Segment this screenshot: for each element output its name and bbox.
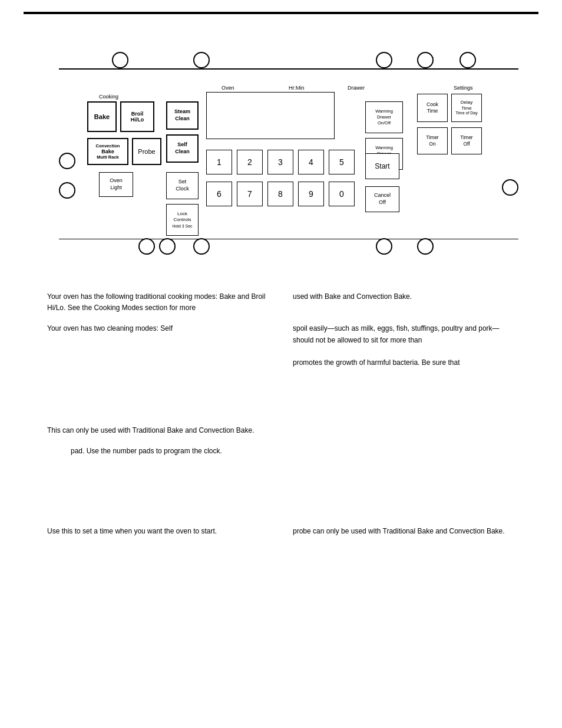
circle-bottom-2 xyxy=(159,238,176,255)
text-col-right-1: used with Bake and Convection Bake. xyxy=(293,291,515,314)
top-border xyxy=(24,12,538,14)
broil-button[interactable]: Broil Hi/Lo xyxy=(120,101,154,132)
circle-top-5 xyxy=(459,52,476,68)
circle-bottom-5 xyxy=(417,238,434,255)
display-screen xyxy=(206,92,335,139)
paragraph-2-right: spoil easily—such as milk, eggs, fish, s… xyxy=(293,323,515,345)
diagram-wrapper: Cooking Bake Broil Hi/Lo Convection Bake… xyxy=(35,26,542,274)
text-row-5: Use this to set a time when you want the… xyxy=(47,526,515,537)
paragraph-2-left: Your oven has two cleaning modes: Self xyxy=(47,323,269,334)
timer-on-button[interactable]: Timer On xyxy=(417,127,448,154)
text-row-1: Your oven has the following traditional … xyxy=(47,291,515,314)
text-col-right-4 xyxy=(305,446,515,457)
text-col-left-5: Use this to set a time when you want the… xyxy=(47,526,269,537)
lock-controls-button[interactable]: Lock Controls Hold 3 Sec xyxy=(166,204,199,236)
button-4[interactable]: 4 xyxy=(298,150,324,174)
settings-label: Settings xyxy=(454,85,473,91)
text-row-3: This can only be used with Traditional B… xyxy=(47,425,515,436)
text-row-4: pad. Use the number pads to program the … xyxy=(47,446,515,457)
paragraph-4-left: This can only be used with Traditional B… xyxy=(47,425,269,436)
button-9[interactable]: 9 xyxy=(298,182,324,206)
button-1[interactable]: 1 xyxy=(206,150,232,174)
probe-button[interactable]: Probe xyxy=(132,138,161,165)
circle-top-1 xyxy=(112,52,128,68)
button-5[interactable]: 5 xyxy=(329,150,355,174)
circle-bottom-4 xyxy=(376,238,392,255)
bake-button[interactable]: Bake xyxy=(87,101,117,132)
circle-left-1 xyxy=(59,153,75,169)
delay-time-button[interactable]: Delay Time Time of Day xyxy=(451,94,482,122)
cancel-off-button[interactable]: Cancel Off xyxy=(365,186,399,212)
circle-bottom-1 xyxy=(138,238,155,255)
number-row-2: 6 7 8 9 0 xyxy=(206,182,355,206)
circle-left-2 xyxy=(59,182,75,199)
circle-bottom-3 xyxy=(193,238,210,255)
oven-light-button[interactable]: Oven Light xyxy=(99,172,133,197)
circle-top-2 xyxy=(193,52,210,68)
text-col-right-3 xyxy=(293,425,515,436)
button-8[interactable]: 8 xyxy=(267,182,293,206)
paragraph-6-right: probe can only be used with Traditional … xyxy=(293,526,515,537)
text-col-right-2: spoil easily—such as milk, eggs, fish, s… xyxy=(293,323,515,368)
paragraph-1-left: Your oven has the following traditional … xyxy=(47,291,269,314)
button-6[interactable]: 6 xyxy=(206,182,232,206)
cook-time-button[interactable]: Cook Time xyxy=(417,94,448,122)
timer-off-button[interactable]: Timer Off xyxy=(451,127,482,154)
circle-top-3 xyxy=(376,52,392,68)
number-row-1: 1 2 3 4 5 xyxy=(206,150,355,174)
spacer-2 xyxy=(47,467,515,526)
drawer-label: Drawer xyxy=(348,85,365,91)
spacer-1 xyxy=(47,378,515,425)
page-container: Cooking Bake Broil Hi/Lo Convection Bake… xyxy=(0,0,562,728)
button-3[interactable]: 3 xyxy=(267,150,293,174)
top-horizontal-line xyxy=(59,68,518,70)
text-col-right-5: probe can only be used with Traditional … xyxy=(293,526,515,537)
oven-label: Oven xyxy=(222,85,234,91)
paragraph-5-left: pad. Use the number pads to program the … xyxy=(71,446,281,457)
circle-top-4 xyxy=(417,52,434,68)
convection-bake-button[interactable]: Convection Bake Multi Rack xyxy=(87,138,128,165)
bottom-horizontal-line xyxy=(59,239,518,240)
cooking-label: Cooking xyxy=(99,94,118,100)
circle-right-1 xyxy=(502,179,518,196)
text-col-left-3: This can only be used with Traditional B… xyxy=(47,425,269,436)
button-0[interactable]: 0 xyxy=(329,182,355,206)
text-col-left-2: Your oven has two cleaning modes: Self xyxy=(47,323,269,368)
text-content-section: Your oven has the following traditional … xyxy=(24,279,538,552)
warming-drawer-on-button[interactable]: Warming Drawer On/Off xyxy=(365,101,403,133)
button-2[interactable]: 2 xyxy=(237,150,263,174)
diagram-section: Cooking Bake Broil Hi/Lo Convection Bake… xyxy=(24,20,538,279)
steam-clean-button[interactable]: Steam Clean xyxy=(166,101,199,130)
text-col-left-4: pad. Use the number pads to program the … xyxy=(47,446,281,457)
button-7[interactable]: 7 xyxy=(237,182,263,206)
text-col-left-1: Your oven has the following traditional … xyxy=(47,291,269,314)
text-row-2: Your oven has two cleaning modes: Self s… xyxy=(47,323,515,368)
start-button[interactable]: Start xyxy=(365,153,399,179)
set-clock-button[interactable]: Set Clock xyxy=(166,172,199,199)
paragraph-3-right: promotes the growth of harmful bacteria.… xyxy=(293,357,515,368)
paragraph-1-right: used with Bake and Convection Bake. xyxy=(293,291,515,302)
self-clean-button[interactable]: Self Clean xyxy=(166,134,199,163)
hrmin-label: Hr:Min xyxy=(289,85,305,91)
paragraph-6-left: Use this to set a time when you want the… xyxy=(47,526,269,537)
